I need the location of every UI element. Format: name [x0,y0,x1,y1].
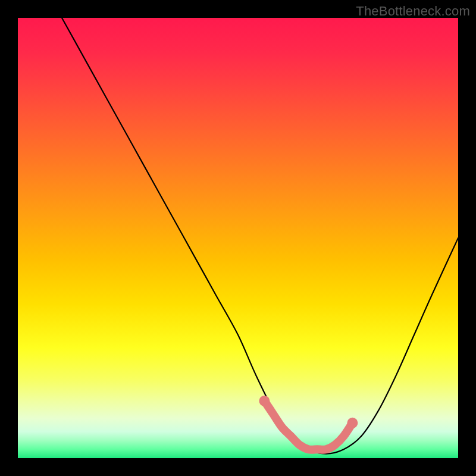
curve-svg [18,18,458,458]
plot-area [18,18,458,458]
highlight-left-dot [259,396,270,406]
highlight-right-dot [347,418,358,428]
watermark-text: TheBottleneck.com [356,4,470,19]
highlight-segment-line [264,401,352,450]
bottleneck-curve-line [62,18,458,454]
chart-frame: TheBottleneck.com [0,0,476,476]
